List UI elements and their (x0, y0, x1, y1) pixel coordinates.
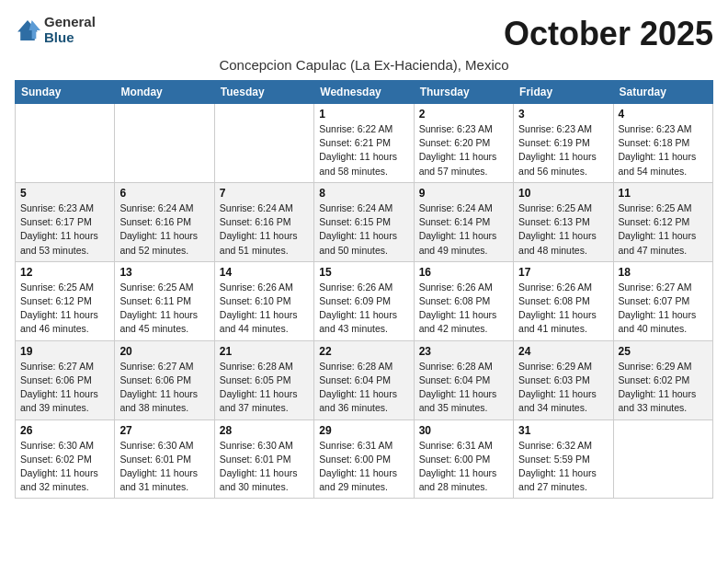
day-info: Sunrise: 6:31 AMSunset: 6:00 PMDaylight:… (319, 439, 408, 495)
calendar-cell: 11Sunrise: 6:25 AMSunset: 6:12 PMDayligh… (613, 182, 712, 261)
calendar-cell: 20Sunrise: 6:27 AMSunset: 6:06 PMDayligh… (115, 340, 214, 419)
day-info: Sunrise: 6:29 AMSunset: 6:03 PMDaylight:… (518, 360, 608, 416)
day-number: 4 (619, 108, 708, 121)
day-number: 18 (619, 266, 708, 279)
logo-icon (15, 17, 40, 43)
day-info: Sunrise: 6:29 AMSunset: 6:02 PMDaylight:… (619, 360, 708, 416)
day-info: Sunrise: 6:24 AMSunset: 6:14 PMDaylight:… (419, 201, 508, 258)
calendar-week-row: 1Sunrise: 6:22 AMSunset: 6:21 PMDaylight… (16, 104, 713, 183)
day-info: Sunrise: 6:23 AMSunset: 6:18 PMDaylight:… (619, 122, 708, 178)
calendar-cell: 18Sunrise: 6:27 AMSunset: 6:07 PMDayligh… (613, 261, 712, 340)
calendar-cell: 22Sunrise: 6:28 AMSunset: 6:04 PMDayligh… (314, 340, 414, 419)
calendar-cell: 7Sunrise: 6:24 AMSunset: 6:16 PMDaylight… (214, 182, 313, 261)
day-info: Sunrise: 6:25 AMSunset: 6:13 PMDaylight:… (518, 201, 608, 258)
day-number: 23 (419, 345, 508, 358)
header-row: SundayMondayTuesdayWednesdayThursdayFrid… (16, 81, 713, 104)
calendar-cell (115, 104, 214, 183)
day-info: Sunrise: 6:28 AMSunset: 6:04 PMDaylight:… (419, 360, 508, 416)
calendar-header: SundayMondayTuesdayWednesdayThursdayFrid… (16, 81, 713, 104)
calendar-cell (613, 419, 712, 499)
day-info: Sunrise: 6:30 AMSunset: 6:02 PMDaylight:… (20, 439, 109, 495)
logo: General Blue (15, 15, 96, 45)
day-info: Sunrise: 6:26 AMSunset: 6:08 PMDaylight:… (518, 281, 608, 337)
day-number: 20 (119, 345, 209, 358)
calendar-cell: 8Sunrise: 6:24 AMSunset: 6:15 PMDaylight… (314, 182, 414, 261)
day-number: 7 (220, 187, 309, 200)
day-number: 30 (419, 424, 508, 437)
calendar-week-row: 26Sunrise: 6:30 AMSunset: 6:02 PMDayligh… (16, 419, 713, 499)
day-number: 9 (419, 187, 508, 200)
day-info: Sunrise: 6:30 AMSunset: 6:01 PMDaylight:… (220, 439, 309, 495)
calendar-cell: 23Sunrise: 6:28 AMSunset: 6:04 PMDayligh… (414, 340, 513, 419)
day-number: 12 (20, 266, 109, 279)
day-info: Sunrise: 6:23 AMSunset: 6:17 PMDaylight:… (20, 201, 109, 258)
day-info: Sunrise: 6:24 AMSunset: 6:15 PMDaylight:… (319, 201, 408, 258)
calendar-cell: 19Sunrise: 6:27 AMSunset: 6:06 PMDayligh… (16, 340, 115, 419)
calendar-cell: 4Sunrise: 6:23 AMSunset: 6:18 PMDaylight… (613, 104, 712, 183)
calendar-subtitle: Concepcion Capulac (La Ex-Hacienda), Mex… (15, 57, 713, 73)
day-info: Sunrise: 6:26 AMSunset: 6:10 PMDaylight:… (220, 281, 309, 337)
day-info: Sunrise: 6:28 AMSunset: 6:04 PMDaylight:… (319, 360, 408, 416)
day-number: 16 (419, 266, 508, 279)
day-number: 28 (220, 424, 309, 437)
calendar-cell: 10Sunrise: 6:25 AMSunset: 6:13 PMDayligh… (514, 182, 613, 261)
day-info: Sunrise: 6:24 AMSunset: 6:16 PMDaylight:… (220, 201, 309, 258)
day-info: Sunrise: 6:23 AMSunset: 6:20 PMDaylight:… (419, 122, 508, 178)
calendar-cell: 12Sunrise: 6:25 AMSunset: 6:12 PMDayligh… (16, 261, 115, 340)
day-number: 5 (20, 187, 109, 200)
calendar-cell: 14Sunrise: 6:26 AMSunset: 6:10 PMDayligh… (214, 261, 313, 340)
day-number: 2 (419, 108, 508, 121)
header-cell-monday: Monday (115, 81, 214, 104)
day-info: Sunrise: 6:27 AMSunset: 6:06 PMDaylight:… (119, 360, 209, 416)
day-info: Sunrise: 6:25 AMSunset: 6:12 PMDaylight:… (619, 201, 708, 258)
header-cell-tuesday: Tuesday (214, 81, 313, 104)
calendar-cell: 3Sunrise: 6:23 AMSunset: 6:19 PMDaylight… (514, 104, 613, 183)
logo-text: General Blue (44, 15, 96, 45)
day-info: Sunrise: 6:32 AMSunset: 5:59 PMDaylight:… (518, 439, 608, 495)
calendar-cell: 27Sunrise: 6:30 AMSunset: 6:01 PMDayligh… (115, 419, 214, 499)
calendar-cell (214, 104, 313, 183)
calendar-cell: 31Sunrise: 6:32 AMSunset: 5:59 PMDayligh… (514, 419, 613, 499)
day-number: 6 (119, 187, 209, 200)
calendar-cell (16, 104, 115, 183)
header-cell-sunday: Sunday (16, 81, 115, 104)
calendar-cell: 28Sunrise: 6:30 AMSunset: 6:01 PMDayligh… (214, 419, 313, 499)
header-cell-friday: Friday (514, 81, 613, 104)
day-number: 13 (119, 266, 209, 279)
day-info: Sunrise: 6:27 AMSunset: 6:07 PMDaylight:… (619, 281, 708, 337)
calendar-week-row: 12Sunrise: 6:25 AMSunset: 6:12 PMDayligh… (16, 261, 713, 340)
day-number: 15 (319, 266, 408, 279)
calendar-cell: 21Sunrise: 6:28 AMSunset: 6:05 PMDayligh… (214, 340, 313, 419)
day-number: 25 (619, 345, 708, 358)
header-cell-saturday: Saturday (613, 81, 712, 104)
day-number: 19 (20, 345, 109, 358)
calendar-cell: 25Sunrise: 6:29 AMSunset: 6:02 PMDayligh… (613, 340, 712, 419)
calendar-cell: 9Sunrise: 6:24 AMSunset: 6:14 PMDaylight… (414, 182, 513, 261)
day-info: Sunrise: 6:27 AMSunset: 6:06 PMDaylight:… (20, 360, 109, 416)
calendar-cell: 29Sunrise: 6:31 AMSunset: 6:00 PMDayligh… (314, 419, 414, 499)
day-number: 27 (119, 424, 209, 437)
logo-general: General (44, 15, 96, 30)
day-number: 10 (518, 187, 608, 200)
page-header: General Blue October 2025 (15, 15, 713, 53)
header-cell-thursday: Thursday (414, 81, 513, 104)
calendar-cell: 5Sunrise: 6:23 AMSunset: 6:17 PMDaylight… (16, 182, 115, 261)
calendar-cell: 16Sunrise: 6:26 AMSunset: 6:08 PMDayligh… (414, 261, 513, 340)
day-info: Sunrise: 6:28 AMSunset: 6:05 PMDaylight:… (220, 360, 309, 416)
day-info: Sunrise: 6:25 AMSunset: 6:11 PMDaylight:… (119, 281, 209, 337)
calendar-cell: 2Sunrise: 6:23 AMSunset: 6:20 PMDaylight… (414, 104, 513, 183)
day-number: 26 (20, 424, 109, 437)
day-number: 14 (220, 266, 309, 279)
day-number: 8 (319, 187, 408, 200)
day-number: 22 (319, 345, 408, 358)
day-number: 3 (518, 108, 608, 121)
calendar-table: SundayMondayTuesdayWednesdayThursdayFrid… (15, 80, 713, 499)
calendar-cell: 6Sunrise: 6:24 AMSunset: 6:16 PMDaylight… (115, 182, 214, 261)
calendar-cell: 13Sunrise: 6:25 AMSunset: 6:11 PMDayligh… (115, 261, 214, 340)
day-info: Sunrise: 6:26 AMSunset: 6:09 PMDaylight:… (319, 281, 408, 337)
day-number: 1 (319, 108, 408, 121)
logo-blue: Blue (44, 30, 96, 46)
calendar-cell: 26Sunrise: 6:30 AMSunset: 6:02 PMDayligh… (16, 419, 115, 499)
day-number: 11 (619, 187, 708, 200)
day-info: Sunrise: 6:31 AMSunset: 6:00 PMDaylight:… (419, 439, 508, 495)
